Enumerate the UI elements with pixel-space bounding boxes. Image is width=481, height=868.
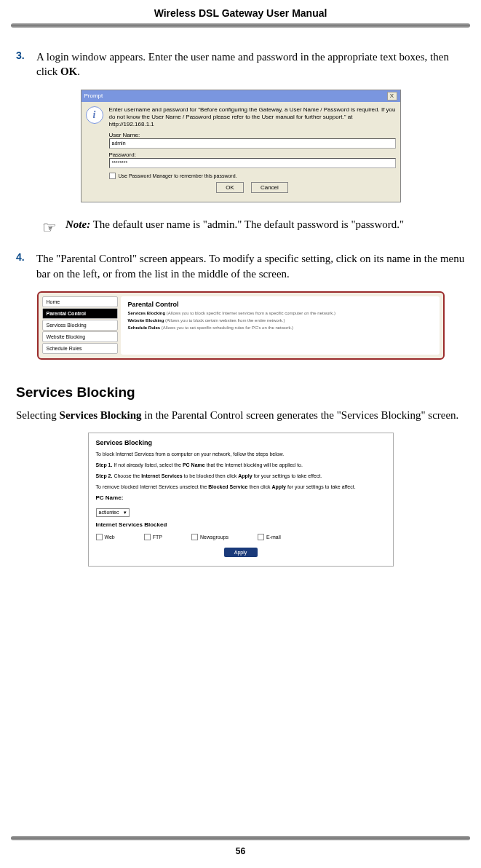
sb-step2-b2: Internet Services [141,473,182,478]
checkbox-email[interactable] [258,534,264,540]
checkbox-news[interactable] [191,534,198,540]
parental-link-schedule[interactable]: Schedule Rules [128,326,161,330]
parental-sidebar: Home Parental Control Services Blocking … [39,293,121,358]
parental-desc-services: (Allows you to block specific Internet s… [165,311,335,315]
page-number: 56 [0,846,481,856]
pcname-select[interactable]: actiontec ▾ [96,508,130,517]
parental-desc-website: (Allows you to block certain websites fr… [164,318,285,323]
svc-label: Internet Services Blocked [96,521,386,528]
content: 3. A login window appears. Enter the use… [0,28,481,567]
sb-title: Services Blocking [96,439,386,446]
sb-intro: To block Internet Services from a comput… [96,451,386,457]
para-a: Selecting [16,409,60,421]
sb-remove: To remove blocked Internet Services unse… [96,484,386,490]
sb-panel: Services Blocking To block Internet Serv… [88,433,394,567]
prompt-buttons: OK Cancel [109,182,396,193]
step-3-text-b: . [77,66,80,77]
sb-rem-c: then click [247,484,271,489]
page-header: Wireless DSL Gateway User Manual [0,0,481,23]
para-c: in the Parental Control screen generates… [142,409,459,421]
cancel-button[interactable]: Cancel [251,182,288,193]
prompt-dialog: Prompt X i Enter username and password f… [81,90,401,202]
login-prompt-figure: Prompt X i Enter username and password f… [16,90,465,202]
parental-row-schedule[interactable]: Schedule Rules (Allows you to set specif… [128,326,432,330]
pcname-value: actiontec [99,510,119,515]
username-label: User Name: [109,132,396,138]
step-3-bold: OK [60,66,77,77]
step-3-text: A login window appears. Enter the user n… [36,50,465,79]
sb-step2-b: Step 2. [96,473,113,478]
password-label: Password: [109,151,396,158]
sidebar-item-services[interactable]: Services Blocking [42,320,118,331]
prompt-titlebar: Prompt X [82,90,400,102]
step-3: 3. A login window appears. Enter the use… [16,50,465,79]
remember-checkbox[interactable] [109,173,116,179]
apply-button[interactable]: Apply [224,548,258,557]
info-icon: i [86,106,103,124]
sidebar-item-parental[interactable]: Parental Control [42,308,118,319]
sb-step2-b3: Apply [238,473,252,478]
services-blocking-figure: Services Blocking To block Internet Serv… [16,433,465,567]
sb-step1-b: Step 1. [96,462,113,467]
sb-step1-t1: If not already listed, select the [112,462,183,467]
step-4: 4. The "Parental Control" screen appears… [16,251,465,281]
check-email[interactable]: E-mail [258,534,281,540]
checkbox-web[interactable] [96,534,103,540]
remember-row: Use Password Manager to remember this pa… [109,173,396,179]
sidebar-item-schedule[interactable]: Schedule Rules [42,343,118,354]
parental-control-figure: Home Parental Control Services Blocking … [16,291,465,360]
parental-title: Parental Control [128,301,432,308]
sb-step2-t2: to be blocked then click [183,473,239,478]
sb-step2-t3: for your settings to take effect. [253,473,322,478]
section-heading: Services Blocking [16,384,465,401]
check-ftp[interactable]: FTP [144,534,162,540]
sidebar-item-home[interactable]: Home [42,296,118,307]
para-b: Services Blocking [60,409,142,421]
check-email-label: E-mail [266,534,281,540]
prompt-message: Enter username and password for "Before … [109,106,396,129]
remember-label: Use Password Manager to remember this pa… [119,173,237,178]
sb-step2-t1: Choose the [112,473,141,478]
sidebar-item-website[interactable]: Website Blocking [42,331,118,342]
sb-step2: Step 2. Choose the Internet Services to … [96,473,386,479]
sb-step1: Step 1. If not already listed, select th… [96,462,386,468]
step-3-number: 3. [16,50,36,79]
check-web[interactable]: Web [96,534,115,540]
close-icon[interactable]: X [387,92,397,100]
check-web-label: Web [105,534,115,540]
step-3-text-a: A login window appears. Enter the user n… [36,51,449,77]
sb-rem-a: To remove blocked Internet Services unse… [96,484,209,489]
prompt-fields: Enter username and password for "Before … [109,106,396,197]
parental-row-website[interactable]: Website Blocking (Allows you to block ce… [128,318,432,323]
step-4-number: 4. [16,251,36,281]
parental-link-website[interactable]: Website Blocking [128,318,164,323]
chevron-down-icon: ▾ [124,510,127,516]
parental-panel: Home Parental Control Services Blocking … [37,291,445,360]
check-news-label: Newsgroups [200,534,228,540]
password-input[interactable] [109,158,396,168]
sb-step1-b2: PC Name [183,462,205,467]
ok-button[interactable]: OK [216,182,244,193]
sb-rem-b: Blocked Service [208,484,247,489]
sb-step1-t2: that the Internet blocking will be appli… [205,462,303,467]
checkbox-ftp[interactable] [144,534,151,540]
username-input[interactable] [109,138,396,149]
prompt-title-text: Prompt [84,92,103,99]
check-news[interactable]: Newsgroups [191,534,228,540]
note-body: The default user name is "admin." The de… [90,218,404,230]
sb-rem-e: for your settings to take affect. [286,484,356,489]
intro-paragraph: Selecting Services Blocking in the Paren… [16,408,465,422]
parental-desc-schedule: (Allows you to set specific scheduling r… [160,326,293,330]
parental-link-services[interactable]: Services Blocking [128,311,166,315]
sb-rem-d: Apply [272,484,286,489]
parental-main: Parental Control Services Blocking (Allo… [121,296,440,355]
step-4-text: The "Parental Control" screen appears. T… [36,251,465,281]
pcname-label: PC Name: [96,494,386,501]
note-block: ☞ Note: The default user name is "admin.… [42,217,465,239]
footer-rule [11,836,470,840]
check-ftp-label: FTP [153,534,162,540]
pointing-hand-icon: ☞ [42,217,57,239]
parental-row-services[interactable]: Services Blocking (Allows you to block s… [128,311,432,315]
svc-checks: Web FTP Newsgroups E-mail [96,534,386,540]
prompt-body: i Enter username and password for "Befor… [82,102,400,202]
